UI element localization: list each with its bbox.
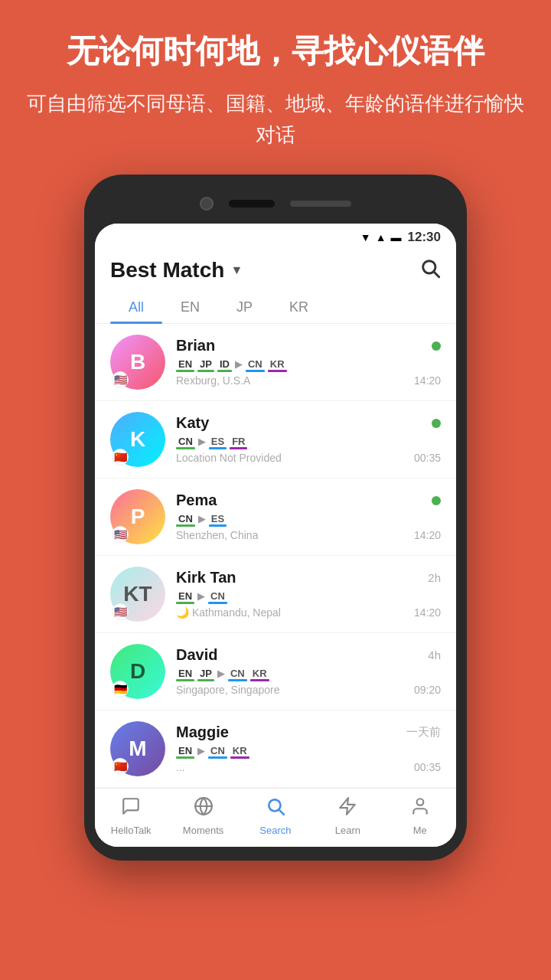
bottom-nav: HelloTalk Moments — [95, 788, 456, 847]
status-bar: ▼ ▲ ▬ 12:30 — [95, 224, 456, 248]
list-item[interactable]: KT 🇺🇸 Kirk Tan 2h EN ▶ CN 🌙 Kat — [95, 556, 456, 633]
user-info: Pema CN ▶ ES Shenzhen, China 14:20 — [176, 492, 441, 541]
user-location: Singapore, Singapore 09:20 — [176, 684, 441, 696]
tab-en[interactable]: EN — [162, 292, 218, 323]
nav-search[interactable]: Search — [245, 796, 306, 836]
last-time: 14:20 — [414, 374, 441, 387]
list-item[interactable]: K 🇨🇳 Katy CN ▶ ES FR — [95, 401, 456, 479]
flag-badge: 🇺🇸 — [112, 371, 129, 388]
user-info: Maggie 一天前 EN ▶ CN KR ... 00:35 — [176, 724, 441, 773]
user-info: Katy CN ▶ ES FR Location Not Provided 00… — [176, 414, 441, 464]
flag-badge: 🇺🇸 — [112, 526, 129, 543]
user-name: Pema — [176, 492, 217, 509]
lang-tags: EN ▶ CN KR — [176, 744, 441, 757]
profile-icon — [410, 796, 430, 822]
user-info: Brian EN JP ID ▶ CN KR Rexburg, U.S.A 14… — [176, 337, 441, 387]
arrow-icon: ▶ — [198, 436, 206, 447]
flag-badge: 🇨🇳 — [112, 758, 129, 775]
user-name: Kirk Tan — [176, 569, 236, 586]
list-item[interactable]: P 🇺🇸 Pema CN ▶ ES Shenzhen, Ch — [95, 479, 456, 556]
earpiece — [229, 200, 275, 207]
phone-screen: ▼ ▲ ▬ 12:30 Best Match ▼ All EN JP — [95, 224, 456, 847]
user-name: Maggie — [176, 724, 229, 741]
chat-icon — [121, 796, 141, 822]
nav-me-label: Me — [413, 825, 427, 836]
arrow-icon: ▶ — [235, 358, 243, 370]
time-ago: 一天前 — [406, 725, 441, 740]
search-button[interactable] — [419, 257, 441, 284]
learning-lang: ES — [209, 435, 227, 448]
nav-learn-label: Learn — [335, 825, 360, 836]
flag-badge: 🇺🇸 — [112, 603, 129, 620]
native-lang: EN — [176, 358, 194, 371]
list-item[interactable]: M 🇨🇳 Maggie 一天前 EN ▶ CN KR — [95, 710, 456, 788]
online-indicator — [432, 419, 441, 428]
user-location: 🌙 Kathmandu, Nepal 14:20 — [176, 606, 441, 619]
native-lang: CN — [176, 435, 195, 448]
battery-icon: ▬ — [391, 231, 402, 243]
avatar-wrap: B 🇺🇸 — [110, 335, 165, 390]
tab-jp[interactable]: JP — [218, 292, 271, 323]
user-location: Location Not Provided 00:35 — [176, 452, 441, 464]
avatar-wrap: D 🇩🇪 — [110, 644, 165, 699]
avatar-wrap: M 🇨🇳 — [110, 721, 165, 776]
lang-tags: CN ▶ ES FR — [176, 435, 441, 448]
arrow-icon: ▶ — [217, 668, 225, 679]
camera — [200, 197, 214, 211]
time-ago: 4h — [428, 648, 441, 662]
user-location: Shenzhen, China 14:20 — [176, 529, 441, 541]
nav-hellotalk[interactable]: HelloTalk — [100, 796, 161, 836]
last-time: 09:20 — [414, 684, 441, 696]
lang-tags: EN ▶ CN — [176, 590, 441, 603]
list-item[interactable]: B 🇺🇸 Brian EN JP ID ▶ CN KR — [95, 324, 456, 401]
list-item[interactable]: D 🇩🇪 David 4h EN JP ▶ CN KR — [95, 633, 456, 710]
online-indicator — [432, 341, 441, 351]
phone-shell: ▼ ▲ ▬ 12:30 Best Match ▼ All EN JP — [84, 175, 467, 861]
user-info: Kirk Tan 2h EN ▶ CN 🌙 Kathmandu, Nepal 1… — [176, 569, 441, 619]
time-ago: 2h — [428, 571, 441, 584]
avatar-wrap: K 🇨🇳 — [110, 412, 165, 467]
tab-all[interactable]: All — [110, 292, 162, 323]
banner: 无论何时何地，寻找心仪语伴 可自由筛选不同母语、国籍、地域、年龄的语伴进行愉快对… — [0, 0, 551, 167]
filter-tabs: All EN JP KR — [95, 292, 456, 324]
native-lang: EN — [176, 744, 194, 757]
learning-lang: CN — [208, 590, 227, 603]
learning-lang: CN — [208, 744, 227, 757]
svg-line-5 — [279, 810, 284, 815]
user-name: David — [176, 646, 217, 664]
last-time: 00:35 — [414, 761, 441, 773]
last-time: 00:35 — [414, 452, 441, 464]
nav-moments[interactable]: Moments — [173, 796, 234, 836]
native-lang: CN — [176, 512, 195, 525]
lang-tags: EN JP ID ▶ CN KR — [176, 358, 441, 371]
learning-lang: CN — [246, 358, 265, 371]
nav-hellotalk-label: HelloTalk — [111, 825, 152, 836]
signal-icon: ▲ — [376, 231, 386, 243]
native-lang: ID — [217, 358, 232, 371]
nav-me[interactable]: Me — [390, 796, 451, 836]
arrow-icon: ▶ — [197, 745, 205, 756]
wifi-icon: ▼ — [360, 231, 371, 243]
arrow-icon: ▶ — [197, 590, 205, 602]
nav-search-label: Search — [259, 825, 291, 836]
nav-learn[interactable]: Learn — [317, 796, 378, 836]
tab-kr[interactable]: KR — [271, 292, 327, 323]
avatar-wrap: KT 🇺🇸 — [110, 567, 165, 622]
learning-lang: FR — [230, 435, 247, 448]
user-info: David 4h EN JP ▶ CN KR Singapore, Singap… — [176, 646, 441, 696]
phone-top-bar — [95, 188, 456, 219]
arrow-icon: ▶ — [198, 513, 206, 524]
learning-lang: KR — [230, 744, 249, 757]
user-name: Katy — [176, 414, 209, 432]
banner-subtitle: 可自由筛选不同母语、国籍、地域、年龄的语伴进行愉快对话 — [23, 88, 528, 152]
svg-line-1 — [434, 272, 439, 276]
search-nav-icon — [266, 796, 285, 822]
dropdown-arrow-icon[interactable]: ▼ — [230, 263, 243, 277]
learning-lang: ES — [209, 512, 227, 525]
flag-badge: 🇩🇪 — [112, 681, 129, 697]
learning-lang: KR — [250, 667, 269, 680]
nav-moments-label: Moments — [183, 825, 223, 836]
native-lang: JP — [197, 667, 214, 680]
native-lang: JP — [197, 358, 214, 371]
user-location: ... 00:35 — [176, 761, 441, 773]
